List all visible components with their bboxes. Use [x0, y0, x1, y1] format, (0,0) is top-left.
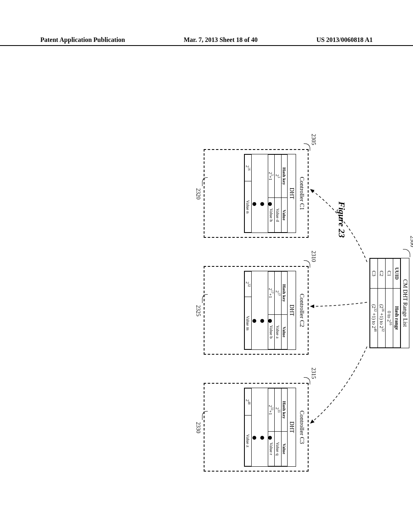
controller-ref: 2315 [310, 368, 317, 379]
controller-c3: 2315 Controller C3 DHT Hash key Value 23… [204, 383, 309, 472]
dht-table-last: 232Value m [244, 271, 252, 349]
dht-table-last: 216Value n [244, 154, 252, 233]
controller-c1: 2305 Controller C1 DHT Hash key Value 23… [204, 149, 309, 238]
page-header: Patent Application Publication Mar. 7, 2… [0, 36, 413, 46]
dht-col-val: Value [282, 432, 288, 466]
table-row: 248Value z [245, 389, 252, 466]
dht-table: Hash key Value 217Value a 217+1Value b [268, 271, 288, 349]
table-row: 216Value n [245, 155, 252, 233]
controller-c2: 2310 Controller C2 DHT Hash key Value 21… [204, 266, 309, 355]
header-right: US 2013/0060818 A1 [316, 36, 373, 44]
table-row: 23Value d [275, 155, 282, 233]
dht-label: DHT [288, 388, 296, 466]
table-row: 217Value a [275, 272, 282, 349]
dht-col-key: Hash key [282, 155, 288, 198]
cm-col-uuid: UUID [393, 259, 400, 289]
dht-table-last: 248Value z [244, 388, 252, 466]
dht-col-key: Hash key [282, 389, 288, 432]
controller-title: Controller C2 [298, 267, 308, 354]
ellipsis-icon: ●●● [249, 195, 273, 214]
cm-col-range: Hash range [393, 288, 400, 347]
figure-caption: Figure 23 [336, 202, 347, 238]
header-left: Patent Application Publication [40, 36, 125, 44]
table-row: 233Value q [275, 389, 282, 466]
controller-title: Controller C1 [298, 150, 308, 237]
dht-box: DHT Hash key Value 23Value d 23+1Value h… [244, 154, 296, 233]
cm-ref-label: 2300 [409, 236, 413, 247]
ref-curve-icon [304, 143, 310, 151]
table-row: 232Value m [245, 272, 252, 349]
table-row: 233+1Value r [268, 389, 275, 466]
dht-ref: 2325 [195, 305, 201, 316]
dht-col-key: Hash key [282, 272, 288, 315]
table-row: 217+1Value b [268, 272, 275, 349]
dht-box: DHT Hash key Value 233Value q 233+1Value… [244, 388, 296, 467]
controller-ref: 2310 [310, 251, 317, 262]
ellipsis-icon: ●●● [249, 429, 273, 447]
cm-dht-range-list: CM DHT Range List UUID Hash range C1 0 t… [369, 258, 409, 348]
dht-col-val: Value [282, 315, 288, 349]
cm-title: CM DHT Range List [400, 258, 409, 348]
dht-label: DHT [288, 271, 296, 349]
controller-title: Controller C3 [298, 384, 308, 471]
ref-curve-icon [304, 377, 310, 384]
dht-label: DHT [288, 154, 296, 233]
controller-ref: 2305 [310, 134, 317, 145]
table-row: C1 0 to 216 [386, 259, 393, 348]
dht-table: Hash key Value 23Value d 23+1Value h [268, 154, 288, 233]
ellipsis-icon: ●●● [249, 312, 273, 330]
dht-ref: 2330 [195, 422, 201, 433]
dht-col-val: Value [282, 198, 288, 233]
ref-curve-icon [202, 411, 208, 420]
dht-box: DHT Hash key Value 217Value a 217+1Value… [244, 271, 296, 350]
ref-curve-icon [304, 260, 310, 268]
table-row: C3 (232 +1) to 248 [370, 259, 378, 348]
header-center: Mar. 7, 2013 Sheet 18 of 40 [184, 36, 257, 44]
table-row: C2 (216 +1) to 232 [378, 259, 386, 348]
dht-table: Hash key Value 233Value q 233+1Value r [268, 388, 288, 466]
dht-ref: 2320 [195, 188, 201, 200]
ref-curve-icon [202, 294, 208, 303]
table-row: 23+1Value h [268, 155, 275, 233]
ref-curve-icon [403, 249, 410, 257]
figure-area: 2300 CM DHT Range List UUID Hash range C… [18, 137, 381, 427]
ref-curve-icon [202, 177, 208, 186]
cm-table: UUID Hash range C1 0 to 216 C2 (216 +1) … [370, 258, 400, 348]
